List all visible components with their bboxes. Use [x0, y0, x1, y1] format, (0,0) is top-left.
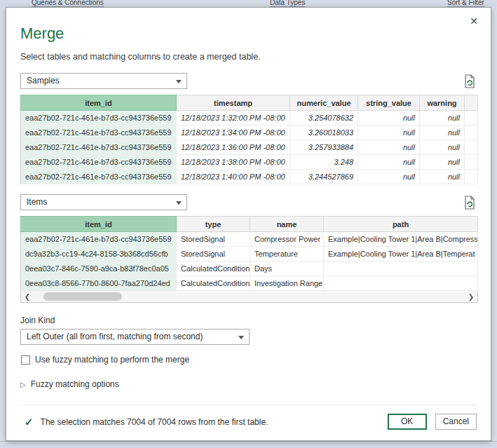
cell[interactable]: eaa27b02-721c-461e-b7d3-cc943736e559: [21, 111, 177, 125]
scrollbar-thumb[interactable]: [43, 292, 122, 301]
merge-dialog: ✕ Merge Select tables and matching colum…: [6, 7, 491, 441]
cell[interactable]: Compressor Power: [250, 232, 324, 247]
cell[interactable]: [324, 262, 478, 276]
cell[interactable]: eaa27b02-721c-461e-b7d3-cc943736e559: [21, 170, 177, 184]
cell[interactable]: 3.257933884: [290, 140, 358, 155]
cell[interactable]: Example|Cooling Tower 1|Area B|Temperat: [324, 247, 478, 262]
chevron-down-icon: [176, 80, 182, 83]
horizontal-scrollbar[interactable]: ❮ ❯: [20, 291, 478, 303]
scroll-right-icon[interactable]: ❯: [465, 293, 477, 301]
column-header-path[interactable]: path: [324, 217, 478, 232]
dialog-subtitle: Select tables and matching columns to cr…: [20, 52, 477, 62]
success-check-icon: ✓: [25, 416, 34, 428]
first-table-select[interactable]: Samples: [20, 73, 187, 89]
cell[interactable]: 12/18/2023 1:36:00 PM -08:00: [177, 140, 290, 155]
excel-worksheet-strip: [0, 441, 497, 448]
chevron-down-icon: [176, 201, 182, 205]
cell[interactable]: null: [420, 155, 465, 170]
column-header-numeric_value[interactable]: numeric_value: [290, 95, 358, 111]
fuzzy-options-expander-label[interactable]: Fuzzy matching options: [31, 379, 119, 389]
cell[interactable]: 12/18/2023 1:38:00 PM -08:00: [177, 155, 290, 170]
cell[interactable]: StoredSignal: [177, 247, 250, 262]
cell[interactable]: null: [358, 125, 420, 140]
column-header-type[interactable]: type: [177, 217, 250, 232]
cell[interactable]: 12/18/2023 1:34:00 PM -08:00: [177, 125, 290, 140]
cell[interactable]: 12/18/2023 1:32:00 PM -08:00: [177, 111, 290, 125]
cell[interactable]: CalculatedCondition: [177, 262, 250, 276]
cell[interactable]: eaa27b02-721c-461e-b7d3-cc943736e559: [21, 232, 177, 247]
column-header-warning[interactable]: warning: [420, 95, 465, 111]
match-status-text: The selection matches 7004 of 7004 rows …: [41, 417, 268, 427]
ok-button[interactable]: OK: [388, 414, 427, 430]
fuzzy-matching-checkbox[interactable]: [21, 355, 30, 365]
cell-filler: [465, 125, 478, 140]
chevron-down-icon: [238, 336, 244, 339]
ribbon-group-queries: Queries & Connections: [32, 0, 104, 7]
column-header-name[interactable]: name: [250, 217, 324, 232]
cell[interactable]: null: [358, 170, 420, 184]
join-kind-select-value: Left Outer (all from first, matching fro…: [27, 332, 203, 341]
ribbon-group-datatypes: Data Types: [270, 0, 305, 7]
cell[interactable]: Investigation Range: [250, 276, 324, 291]
cell[interactable]: 0eea03c8-8566-77b0-8600-7faa270d24ed: [21, 276, 177, 291]
close-icon[interactable]: ✕: [467, 15, 481, 27]
cell[interactable]: 3.254078632: [290, 111, 358, 125]
table-row[interactable]: eaa27b02-721c-461e-b7d3-cc943736e559Stor…: [21, 232, 478, 247]
cell[interactable]: null: [358, 155, 420, 170]
cell[interactable]: 0eea03c7-846c-7590-a9ca-b83f78ec0a05: [21, 262, 177, 276]
column-header-timestamp[interactable]: timestamp: [177, 95, 290, 111]
cell[interactable]: 3.260018033: [290, 125, 358, 140]
excel-ribbon-strip: Queries & Connections Data Types Sort & …: [0, 0, 497, 7]
cell[interactable]: eaa27b02-721c-461e-b7d3-cc943736e559: [21, 125, 177, 140]
refresh-preview-icon[interactable]: [463, 74, 477, 88]
table-row[interactable]: eaa27b02-721c-461e-b7d3-cc943736e55912/1…: [21, 111, 478, 125]
second-table-select-value: Items: [27, 197, 47, 207]
cell-filler: [465, 111, 478, 125]
fuzzy-matching-checkbox-label: Use fuzzy matching to perform the merge: [35, 355, 189, 365]
expander-collapsed-icon[interactable]: ▷: [20, 381, 26, 388]
table-row[interactable]: eaa27b02-721c-461e-b7d3-cc943736e55912/1…: [21, 125, 478, 140]
cell[interactable]: 12/18/2023 1:40:00 PM -08:00: [177, 170, 290, 184]
cell[interactable]: eaa27b02-721c-461e-b7d3-cc943736e559: [21, 155, 177, 170]
join-kind-select[interactable]: Left Outer (all from first, matching fro…: [20, 329, 250, 345]
cell[interactable]: CalculatedCondition: [177, 276, 250, 291]
cell[interactable]: 3.244527869: [290, 170, 358, 184]
cancel-button[interactable]: Cancel: [435, 414, 477, 430]
cell[interactable]: dc9a32b3-cc19-4c24-8158-3b368cd56cfb: [21, 247, 177, 262]
column-header-item_id[interactable]: item_id: [21, 95, 177, 111]
dialog-title: Merge: [20, 25, 477, 43]
cell[interactable]: eaa27b02-721c-461e-b7d3-cc943736e559: [21, 140, 177, 155]
cell[interactable]: [324, 276, 478, 291]
table-row[interactable]: 0eea03c7-846c-7590-a9ca-b83f78ec0a05Calc…: [21, 262, 478, 276]
cell-filler: [465, 170, 478, 184]
cell[interactable]: null: [358, 140, 420, 155]
cell[interactable]: null: [420, 125, 465, 140]
cell[interactable]: null: [420, 170, 465, 184]
cell[interactable]: StoredSignal: [177, 232, 250, 247]
first-table-select-value: Samples: [27, 76, 60, 86]
ribbon-group-sortfilter: Sort & Filter: [447, 0, 484, 7]
cell[interactable]: Example|Cooling Tower 1|Area B|Compress: [324, 232, 478, 247]
scrollbar-track[interactable]: [34, 291, 465, 302]
table-row[interactable]: eaa27b02-721c-461e-b7d3-cc943736e55912/1…: [21, 140, 478, 155]
table-row[interactable]: dc9a32b3-cc19-4c24-8158-3b368cd56cfbStor…: [21, 247, 478, 262]
refresh-preview-icon[interactable]: [463, 196, 477, 210]
cell[interactable]: 3.248: [290, 155, 358, 170]
first-preview-grid: item_idtimestampnumeric_valuestring_valu…: [20, 95, 478, 184]
cell[interactable]: Days: [250, 262, 324, 276]
cell[interactable]: null: [420, 140, 465, 155]
cell-filler: [465, 155, 478, 170]
table-row[interactable]: eaa27b02-721c-461e-b7d3-cc943736e55912/1…: [21, 170, 478, 184]
column-header-string_value[interactable]: string_value: [358, 95, 420, 111]
table-row[interactable]: 0eea03c8-8566-77b0-8600-7faa270d24edCalc…: [21, 276, 478, 291]
second-table-select[interactable]: Items: [20, 194, 187, 210]
join-kind-label: Join Kind: [20, 315, 477, 325]
column-header-item_id[interactable]: item_id: [21, 217, 177, 232]
second-preview-grid: item_idtypenamepatheaa27b02-721c-461e-b7…: [20, 216, 478, 291]
scroll-left-icon[interactable]: ❮: [21, 293, 34, 301]
table-row[interactable]: eaa27b02-721c-461e-b7d3-cc943736e55912/1…: [21, 155, 478, 170]
cell[interactable]: Temperature: [250, 247, 324, 262]
cell[interactable]: null: [358, 111, 420, 125]
column-header-filler: [465, 95, 478, 111]
cell[interactable]: null: [420, 111, 465, 125]
